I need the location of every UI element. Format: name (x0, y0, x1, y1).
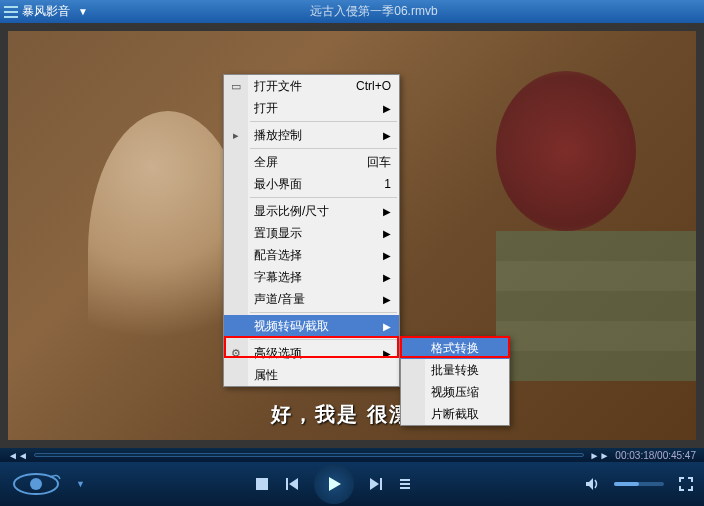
submenu-video-compress[interactable]: 视频压缩 (401, 381, 509, 403)
svg-rect-8 (400, 479, 410, 481)
file-title: 远古入侵第一季06.rmvb (88, 3, 660, 20)
chevron-right-icon: ▶ (383, 272, 391, 283)
svg-rect-3 (286, 478, 288, 490)
svg-rect-2 (256, 478, 268, 490)
chevron-right-icon: ▶ (383, 206, 391, 217)
svg-marker-11 (586, 478, 593, 490)
submenu-transcode: 格式转换 批量转换 视频压缩 片断截取 (400, 336, 510, 426)
submenu-clip-capture[interactable]: 片断截取 (401, 403, 509, 425)
svg-rect-10 (400, 487, 410, 489)
menu-channel-volume[interactable]: 声道/音量 ▶ (224, 288, 399, 310)
chevron-down-icon[interactable]: ▼ (78, 6, 88, 17)
play-button[interactable] (314, 464, 354, 504)
stop-button[interactable] (254, 476, 270, 492)
submenu-batch-convert[interactable]: 批量转换 (401, 359, 509, 381)
control-bar: ▼ (0, 462, 704, 506)
titlebar: 暴风影音 ▼ 远古入侵第一季06.rmvb (0, 0, 704, 23)
svg-rect-7 (380, 478, 382, 490)
chevron-right-icon: ▶ (383, 321, 391, 332)
menu-properties[interactable]: 属性 (224, 364, 399, 386)
file-icon: ▭ (229, 79, 243, 93)
context-menu: ▭ 打开文件 Ctrl+O 打开 ▶ ▸ 播放控制 ▶ 全屏 回车 最小界面 1… (223, 74, 400, 387)
app-name: 暴风影音 (22, 3, 70, 20)
time-display: 00:03:18/00:45:47 (615, 450, 696, 461)
seek-prev-icon[interactable]: ◄◄ (8, 450, 28, 461)
gear-icon: ⚙ (229, 346, 243, 360)
menu-open[interactable]: 打开 ▶ (224, 97, 399, 119)
menu-icon[interactable] (4, 6, 18, 18)
menu-audio-select[interactable]: 配音选择 ▶ (224, 244, 399, 266)
menu-advanced[interactable]: ⚙ 高级选项 ▶ (224, 342, 399, 364)
chevron-right-icon: ▶ (383, 250, 391, 261)
menu-transcode[interactable]: 视频转码/截取 ▶ (224, 315, 399, 337)
play-icon: ▸ (229, 128, 243, 142)
menu-ontop[interactable]: 置顶显示 ▶ (224, 222, 399, 244)
svg-point-1 (30, 478, 42, 490)
eye-logo[interactable] (10, 469, 62, 499)
submenu-format-convert[interactable]: 格式转换 (401, 337, 509, 359)
chevron-right-icon: ▶ (383, 103, 391, 114)
chevron-right-icon: ▶ (383, 130, 391, 141)
fullscreen-button[interactable] (678, 476, 694, 492)
menu-mini-ui[interactable]: 最小界面 1 (224, 173, 399, 195)
seek-next-icon[interactable]: ►► (590, 450, 610, 461)
chevron-right-icon: ▶ (383, 228, 391, 239)
chevron-right-icon: ▶ (383, 294, 391, 305)
svg-marker-5 (329, 477, 341, 491)
svg-rect-9 (400, 483, 410, 485)
menu-open-file[interactable]: ▭ 打开文件 Ctrl+O (224, 75, 399, 97)
chevron-right-icon: ▶ (383, 348, 391, 359)
next-button[interactable] (368, 476, 384, 492)
menu-display-ratio[interactable]: 显示比例/尺寸 ▶ (224, 200, 399, 222)
svg-marker-4 (289, 478, 298, 490)
seek-track[interactable] (34, 453, 584, 457)
playlist-button[interactable] (398, 476, 414, 492)
menu-fullscreen[interactable]: 全屏 回车 (224, 151, 399, 173)
seekbar: ◄◄ ►► 00:03:18/00:45:47 (0, 448, 704, 462)
volume-icon[interactable] (584, 476, 600, 492)
volume-slider[interactable] (614, 482, 664, 486)
logo-dropdown-icon[interactable]: ▼ (76, 479, 85, 489)
menu-play-control[interactable]: ▸ 播放控制 ▶ (224, 124, 399, 146)
titlebar-left[interactable]: 暴风影音 ▼ (4, 3, 88, 20)
svg-marker-6 (370, 478, 379, 490)
menu-subtitle-select[interactable]: 字幕选择 ▶ (224, 266, 399, 288)
prev-button[interactable] (284, 476, 300, 492)
